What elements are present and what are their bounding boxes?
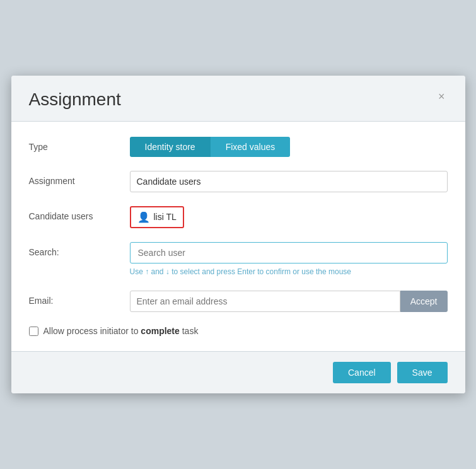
dialog-body: Type Identity store Fixed values Assignm…: [11, 122, 465, 352]
candidate-users-label: Candidate users: [29, 206, 130, 221]
search-row: Search: Use ↑ and ↓ to select and press …: [29, 242, 448, 277]
type-label: Type: [29, 137, 130, 152]
user-icon: 👤: [137, 211, 150, 223]
assignment-label: Assignment: [29, 171, 130, 186]
type-fixed-values-button[interactable]: Fixed values: [211, 137, 291, 157]
cancel-button[interactable]: Cancel: [333, 362, 391, 383]
candidate-user-name: lisi TL: [154, 212, 177, 222]
assignment-dialog: Assignment × Type Identity store Fixed v…: [11, 76, 465, 394]
dialog-title: Assignment: [29, 90, 121, 110]
save-button[interactable]: Save: [397, 362, 448, 383]
dialog-footer: Cancel Save: [11, 351, 465, 393]
search-control: Use ↑ and ↓ to select and press Enter to…: [130, 242, 448, 277]
email-row: Email: Accept: [29, 291, 448, 312]
email-input[interactable]: [130, 291, 400, 312]
assignment-row: Assignment: [29, 171, 448, 192]
assignment-control: [130, 171, 448, 192]
dialog-header: Assignment ×: [11, 76, 465, 122]
search-input[interactable]: [130, 242, 448, 263]
checkbox-row: Allow process initiator to complete task: [29, 326, 448, 336]
candidate-users-control: 👤 lisi TL: [130, 206, 448, 228]
allow-initiator-checkbox[interactable]: [29, 327, 38, 336]
assignment-input[interactable]: [130, 171, 448, 192]
accept-button[interactable]: Accept: [400, 291, 448, 312]
email-control: Accept: [130, 291, 448, 312]
type-buttons: Identity store Fixed values: [130, 137, 448, 157]
search-label: Search:: [29, 242, 130, 257]
candidate-user-tag[interactable]: 👤 lisi TL: [130, 206, 184, 228]
close-button[interactable]: ×: [436, 90, 448, 103]
email-label: Email:: [29, 291, 130, 306]
search-hint: Use ↑ and ↓ to select and press Enter to…: [130, 267, 448, 277]
candidate-users-row: Candidate users 👤 lisi TL: [29, 206, 448, 228]
type-identity-store-button[interactable]: Identity store: [130, 137, 211, 157]
type-row: Type Identity store Fixed values: [29, 137, 448, 157]
allow-initiator-label: Allow process initiator to complete task: [44, 326, 199, 336]
